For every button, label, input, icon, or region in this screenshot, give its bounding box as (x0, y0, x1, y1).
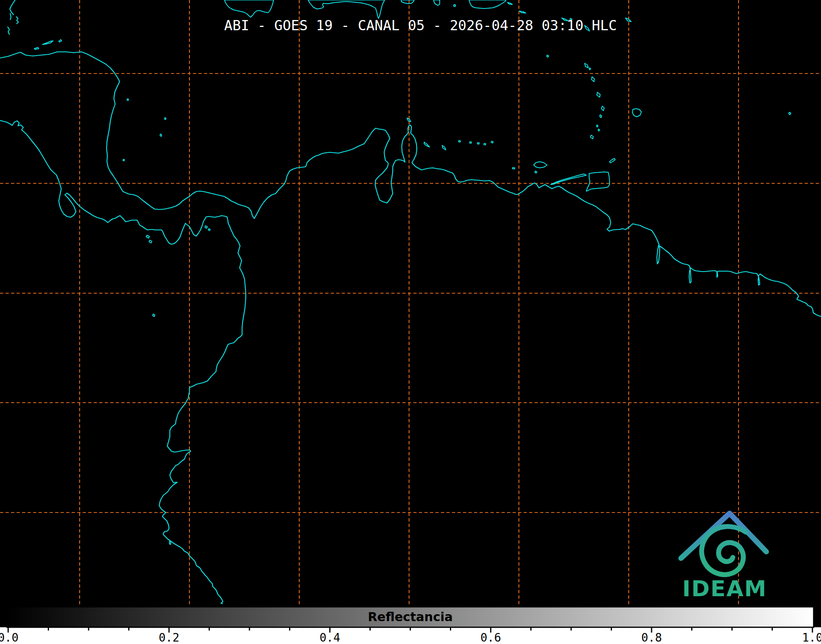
colorbar-tick-label: 0.6 (481, 631, 501, 644)
goes-satellite-map: ABI - GOES 19 - CANAL 05 - 2026-04-28 03… (0, 0, 821, 644)
colorbar-tick-label: 0.4 (320, 631, 340, 644)
colorbar-tick-label: 0.0 (0, 631, 18, 644)
colorbar-tick-label: 0.8 (641, 631, 662, 644)
map-background (0, 0, 821, 627)
colorbar: Reflectancia 0.00.20.40.60.81.0 (0, 607, 821, 644)
colorbar-tick-label: 0.2 (159, 631, 180, 644)
colorbar-tick-label: 1.0 (802, 631, 821, 644)
satellite-product-image: ABI - GOES 19 - CANAL 05 - 2026-04-28 03… (0, 0, 821, 644)
image-title: ABI - GOES 19 - CANAL 05 - 2026-04-28 03… (224, 17, 617, 33)
ideam-logo-text: IDEAM (682, 576, 767, 602)
colorbar-title: Reflectancia (368, 610, 453, 624)
